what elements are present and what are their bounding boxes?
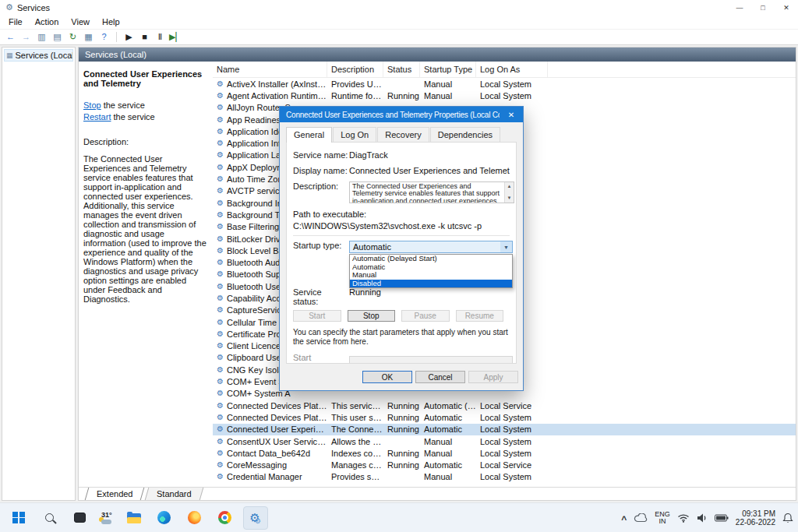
dropdown-option[interactable]: Automatic (Delayed Start) — [350, 255, 512, 263]
service-gear-icon: ⚙ — [217, 199, 224, 207]
table-row[interactable]: ⚙ConsentUX User Service_be6...Allows the… — [213, 435, 796, 447]
maximize-button[interactable]: □ — [751, 0, 775, 15]
onedrive-cloud-icon[interactable] — [634, 513, 648, 523]
table-row[interactable]: ⚙CoreMessagingManages co...RunningAutoma… — [213, 460, 796, 471]
dropdown-option[interactable]: Automatic — [350, 263, 512, 272]
tab-recovery[interactable]: Recovery — [377, 127, 429, 142]
table-row[interactable]: ⚙ActiveX Installer (AxInstSV)Provides Us… — [213, 78, 796, 90]
dialog-close-button[interactable]: ✕ — [500, 107, 523, 122]
forward-icon[interactable]: → — [19, 30, 33, 44]
start-service-icon[interactable]: ▶ — [122, 30, 136, 44]
service-name-text: Agent Activation Runtime_b... — [227, 91, 327, 100]
start-parameters-input[interactable] — [349, 356, 513, 364]
restart-service-icon[interactable]: ▶▏ — [169, 30, 182, 44]
refresh-icon[interactable]: ↻ — [66, 30, 79, 44]
chrome-icon — [218, 511, 231, 524]
resume-service-button[interactable]: Resume — [456, 310, 504, 322]
service-log-on-as-cell: Local System — [476, 79, 548, 89]
task-view-button[interactable] — [67, 506, 92, 530]
service-gear-icon: ⚙ — [217, 425, 224, 433]
tray-chevron-up-icon[interactable]: ^ — [621, 514, 627, 525]
ok-button[interactable]: OK — [362, 371, 412, 383]
service-log-on-as-cell: Local System — [476, 472, 548, 481]
stop-service-link[interactable]: Stop — [83, 100, 101, 110]
service-gear-icon: ⚙ — [217, 366, 224, 374]
start-service-button[interactable]: Start — [293, 310, 341, 322]
column-header-name[interactable]: Name — [213, 62, 327, 77]
help-icon[interactable]: ? — [97, 30, 111, 44]
pause-service-icon[interactable]: Ⅱ — [154, 30, 167, 44]
separator-line — [293, 235, 510, 236]
file-explorer-button[interactable] — [122, 506, 147, 530]
weather-widget[interactable]: 31° — [97, 506, 116, 530]
column-header-startup-type[interactable]: Startup Type — [420, 62, 476, 77]
services-taskbar-button[interactable]: ⚙⚙ — [243, 506, 268, 530]
service-name-text: Contact Data_be642d — [227, 449, 310, 458]
firefox-button[interactable] — [182, 506, 207, 530]
service-name-cell: ⚙Agent Activation Runtime_b... — [213, 91, 327, 100]
back-icon[interactable]: ← — [4, 30, 17, 44]
menu-help[interactable]: Help — [96, 16, 126, 28]
start-menu-button[interactable] — [6, 506, 31, 530]
dialog-description-box[interactable]: The Connected User Experiences and Telem… — [349, 181, 514, 203]
firefox-icon — [188, 511, 201, 524]
table-row[interactable]: ⚙Connected User Experiences ...The Conne… — [213, 424, 796, 435]
menu-file[interactable]: File — [2, 16, 29, 28]
table-row[interactable]: ⚙Agent Activation Runtime_b...Runtime fo… — [213, 90, 796, 101]
tab-dependencies[interactable]: Dependencies — [430, 127, 500, 142]
description-scrollbar[interactable]: ▲ ▼ — [504, 182, 514, 203]
clock[interactable]: 09:31 PM 22-06-2022 — [736, 509, 775, 527]
table-row[interactable]: ⚙Connected Devices Platform ...This user… — [213, 411, 796, 423]
menu-action[interactable]: Action — [29, 16, 65, 28]
scroll-down-icon[interactable]: ▼ — [507, 195, 512, 202]
stop-service-button[interactable]: Stop — [348, 310, 396, 322]
windows-logo-icon — [12, 512, 25, 524]
pause-service-button[interactable]: Pause — [401, 310, 450, 322]
service-gear-icon: ⚙ — [217, 342, 224, 350]
service-log-on-as-cell: Local System — [476, 449, 548, 458]
close-button[interactable]: ✕ — [775, 0, 798, 15]
service-gear-icon: ⚙ — [217, 247, 224, 255]
table-row[interactable]: ⚙Connected Devices Platform ...This serv… — [213, 400, 796, 411]
tab-extended[interactable]: Extended — [85, 488, 145, 500]
edge-button[interactable] — [152, 506, 177, 530]
dropdown-option[interactable]: Disabled — [350, 280, 512, 288]
export-list-icon[interactable]: ▦ — [82, 30, 95, 44]
tab-standard[interactable]: Standard — [145, 488, 203, 500]
stop-service-icon[interactable]: ■ — [138, 30, 151, 44]
language-indicator[interactable]: ENG IN — [655, 511, 670, 525]
properties-icon[interactable]: ▤ — [51, 30, 64, 44]
battery-icon[interactable] — [715, 514, 729, 522]
panel-header-title: Services (Local) — [85, 50, 147, 59]
service-name-text: ConsentUX User Service_be6... — [227, 437, 327, 446]
chrome-button[interactable] — [213, 506, 238, 530]
column-header-status[interactable]: Status — [383, 62, 420, 77]
notification-bell-icon[interactable] — [782, 513, 793, 523]
combobox-chevron-icon[interactable]: ▼ — [500, 241, 512, 252]
menu-view[interactable]: View — [65, 16, 96, 28]
cancel-button[interactable]: Cancel — [415, 371, 465, 383]
startup-type-value: Automatic — [353, 242, 391, 252]
tree-item-services-local[interactable]: ▦ Services (Local) — [4, 49, 73, 62]
service-name-text: CaptureService — [227, 305, 286, 315]
tab-log-on[interactable]: Log On — [333, 127, 376, 142]
minimize-button[interactable]: — — [728, 0, 751, 15]
service-description-cell: Allows the s... — [327, 437, 383, 446]
restart-service-link[interactable]: Restart — [83, 112, 111, 122]
table-row[interactable]: ⚙Credential ManagerProvides sec...Manual… — [213, 471, 796, 483]
wifi-icon[interactable] — [677, 513, 690, 523]
service-gear-icon: ⚙ — [217, 164, 224, 171]
volume-icon[interactable] — [697, 513, 708, 523]
show-console-tree-icon[interactable]: ▥ — [35, 30, 48, 44]
tab-general[interactable]: General — [286, 127, 332, 143]
service-gear-icon: ⚙ — [217, 128, 224, 136]
table-row[interactable]: ⚙Contact Data_be642dIndexes cont...Runni… — [213, 447, 796, 459]
apply-button[interactable]: Apply — [468, 371, 518, 383]
console-root-icon: ▦ — [6, 51, 13, 59]
dropdown-option[interactable]: Manual — [350, 271, 512, 280]
startup-type-combobox[interactable]: Automatic ▼ — [349, 241, 513, 253]
search-button[interactable] — [37, 506, 62, 530]
column-header-log-on-as[interactable]: Log On As — [476, 62, 548, 77]
column-header-description[interactable]: Description — [327, 62, 383, 77]
scroll-up-icon[interactable]: ▲ — [507, 183, 512, 190]
